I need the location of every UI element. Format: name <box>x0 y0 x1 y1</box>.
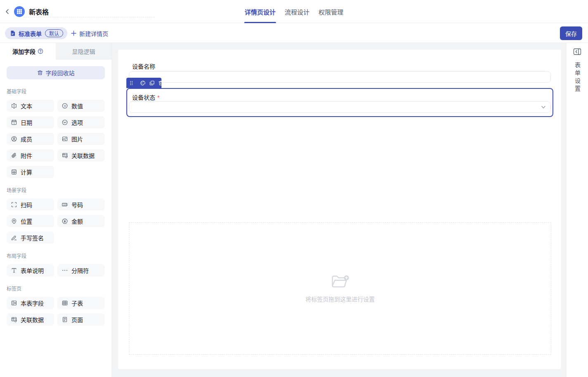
field-item-label: 页面 <box>71 315 83 324</box>
header-tabs: 详情页设计 流程设计 权限管理 <box>244 0 344 23</box>
signature-icon <box>11 234 17 241</box>
field-device-status-select[interactable] <box>129 101 551 113</box>
scan-icon <box>11 201 17 208</box>
field-item-member[interactable]: 成员 <box>7 133 54 145</box>
form-settings-label[interactable]: 表单设置 <box>573 62 581 93</box>
field-recycle-bin-button[interactable]: 字段回收站 <box>7 66 105 79</box>
question-circle-icon[interactable] <box>38 48 43 54</box>
tab-add-field[interactable]: 添加字段 <box>0 43 56 60</box>
tab-pages-grid: 本表字段 子表 关联数据 <box>0 297 111 326</box>
tab-flow-design[interactable]: 流程设计 <box>284 0 310 23</box>
field-item-subtable[interactable]: 子表 <box>57 297 105 309</box>
field-device-status-label: 设备状态* <box>132 93 159 101</box>
field-device-name-label: 设备名称 <box>132 62 155 70</box>
field-item-label: 本表字段 <box>21 299 44 307</box>
number-icon: 9 <box>62 103 68 109</box>
field-item-label: 成员 <box>21 135 32 143</box>
field-item-serial-number[interactable]: 123 号码 <box>57 198 105 211</box>
add-field-label: 添加字段 <box>12 47 36 55</box>
field-item-signature[interactable]: 手写签名 <box>7 231 54 244</box>
svg-text:9: 9 <box>64 104 66 108</box>
field-item-divider[interactable]: 分隔符 <box>57 264 105 277</box>
top-header: 新表格 详情页设计 流程设计 权限管理 <box>0 0 588 23</box>
field-item-label: 金额 <box>71 217 83 225</box>
text-icon <box>11 103 17 109</box>
chevron-down-icon <box>541 106 545 109</box>
grid-app-icon <box>14 6 25 17</box>
field-item-location[interactable]: 位置 <box>7 215 54 227</box>
field-item-label: 选项 <box>71 118 83 126</box>
field-item-calculate[interactable]: 计算 <box>7 166 54 178</box>
field-item-currency[interactable]: 金额 <box>57 215 105 227</box>
field-item-attachment[interactable]: 附件 <box>7 149 54 162</box>
section-title-basic-fields: 基础字段 <box>7 88 105 95</box>
field-item-date[interactable]: 1 日期 <box>7 116 54 129</box>
layout-fields-grid: 表单说明 分隔符 <box>0 264 111 277</box>
new-detail-page-button[interactable]: 新建详情页 <box>71 27 108 39</box>
field-item-option[interactable]: 选项 <box>57 116 105 129</box>
field-item-tab-linked-data[interactable]: 关联数据 <box>7 313 54 326</box>
form-settings-rail: 表单设置 <box>566 43 588 377</box>
standard-form-tab[interactable]: 标准表单 默认 <box>5 27 67 39</box>
field-item-label: 数值 <box>71 102 83 110</box>
duplicate-icon[interactable] <box>149 80 155 86</box>
back-button[interactable] <box>3 7 12 16</box>
content-area: 添加字段 显隐逻辑 字段回收站 基础字段 文本 <box>0 43 588 377</box>
attachment-icon <box>11 152 17 159</box>
field-item-page[interactable]: 页面 <box>57 313 105 326</box>
tab-permission-management[interactable]: 权限管理 <box>318 0 344 23</box>
section-title-tab-pages: 标签页 <box>7 285 105 292</box>
new-detail-page-label: 新建详情页 <box>79 29 108 38</box>
trash-icon <box>37 70 43 76</box>
divider-icon <box>62 267 68 274</box>
svg-text:1: 1 <box>13 122 14 124</box>
current-table-icon <box>11 300 17 306</box>
field-item-label: 计算 <box>21 168 32 176</box>
field-sidebar: 添加字段 显隐逻辑 字段回收站 基础字段 文本 <box>0 43 112 377</box>
member-icon <box>11 136 17 142</box>
field-item-label: 分隔符 <box>71 266 89 274</box>
field-item-label: 子表 <box>71 299 83 307</box>
field-device-name-input[interactable] <box>129 71 551 83</box>
field-item-label: 关联数据 <box>21 315 44 324</box>
field-item-scan[interactable]: 扫码 <box>7 198 54 211</box>
delete-icon[interactable] <box>158 80 164 86</box>
required-asterisk: * <box>157 94 159 101</box>
save-button[interactable]: 保存 <box>560 26 582 40</box>
default-badge: 默认 <box>45 29 63 37</box>
tab-drop-area[interactable]: 将标签页拖到这里进行设置 <box>129 222 551 355</box>
section-title-scene-fields: 场景字段 <box>7 186 105 193</box>
selected-field-toolbar <box>126 78 161 88</box>
tab-drop-hint: 将标签页拖到这里进行设置 <box>306 295 375 303</box>
tab-visibility-logic[interactable]: 显隐逻辑 <box>56 43 111 60</box>
field-item-current-table[interactable]: 本表字段 <box>7 297 54 309</box>
tab-detail-page-design[interactable]: 详情页设计 <box>244 0 276 23</box>
drag-handle-icon[interactable] <box>129 81 133 86</box>
field-item-label: 号码 <box>71 200 83 209</box>
scene-fields-grid: 扫码 123 号码 位置 <box>0 198 111 244</box>
collapse-panel-icon[interactable] <box>573 48 581 55</box>
option-icon <box>62 119 68 126</box>
image-icon <box>62 136 68 142</box>
field-item-number[interactable]: 9 数值 <box>57 100 105 112</box>
page-icon <box>62 316 68 323</box>
field-item-label: 文本 <box>21 102 32 110</box>
palette-icon[interactable] <box>140 80 146 86</box>
header-left-group: 新表格 <box>3 0 49 23</box>
field-item-label: 扫码 <box>21 200 32 209</box>
calendar-icon: 1 <box>11 119 17 126</box>
design-canvas-background: 设备名称 <box>112 43 566 377</box>
field-item-image[interactable]: 图片 <box>57 133 105 145</box>
serial-number-icon: 123 <box>62 201 68 208</box>
page-title[interactable]: 新表格 <box>29 7 49 17</box>
calculate-icon <box>11 169 17 175</box>
selected-field-device-status[interactable]: 设备状态* <box>126 88 553 117</box>
basic-fields-grid: 文本 9 数值 1 日期 <box>0 100 111 178</box>
field-item-linked-data[interactable]: 关联数据 <box>57 149 105 162</box>
field-item-text[interactable]: 文本 <box>7 100 54 112</box>
folder-add-icon <box>331 274 350 290</box>
location-icon <box>11 218 17 224</box>
form-canvas[interactable]: 设备名称 <box>118 50 561 369</box>
field-item-form-text[interactable]: 表单说明 <box>7 264 54 277</box>
linked-data-icon <box>62 152 68 159</box>
